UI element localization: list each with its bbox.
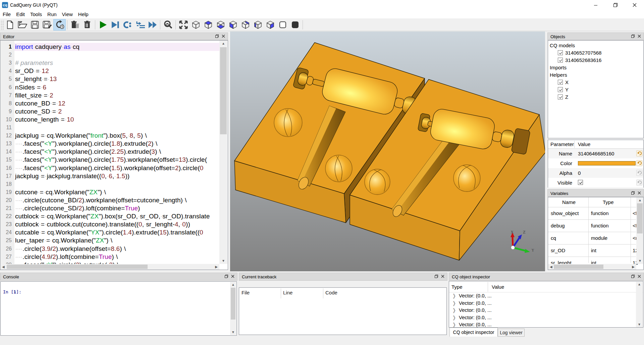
expand-chevron-icon[interactable]: ❯ xyxy=(452,315,456,320)
view-right-button[interactable] xyxy=(264,19,276,30)
inspector-vscrollbar[interactable]: ▲ ▼ xyxy=(636,282,643,327)
traceback-col-file[interactable]: File xyxy=(239,288,250,298)
code-line-10[interactable]: cutcone_length·=·10 xyxy=(14,116,219,124)
tree-node-cq-models[interactable]: CQ models xyxy=(548,42,643,49)
tree-item-checkbox[interactable] xyxy=(558,94,563,99)
tree-item-y[interactable]: Y xyxy=(548,86,643,93)
color-swatch[interactable] xyxy=(578,161,636,165)
code-line-3[interactable]: # parameters xyxy=(14,59,219,67)
tree-item-z[interactable]: Z xyxy=(548,93,643,101)
inspector-row-2[interactable]: ❯ Vector: (0.0, ... xyxy=(449,307,643,314)
tree-item-3140652707568[interactable]: 3140652707568 xyxy=(548,49,643,57)
tree-item-checkbox[interactable] xyxy=(558,50,563,55)
editor-scroll-right-icon[interactable]: ▶ xyxy=(215,265,218,269)
tree-node-imports[interactable]: Imports xyxy=(548,64,643,71)
inspector-col-value[interactable]: Value xyxy=(492,284,504,290)
visible-checkbox[interactable] xyxy=(578,180,583,185)
tree-node-helpers[interactable]: Helpers xyxy=(548,71,643,79)
code-line-17[interactable]: jackplug·=·jackplug.translate((0,·6,·1.5… xyxy=(14,172,219,180)
shaded-button[interactable] xyxy=(289,19,301,30)
view-top-button[interactable] xyxy=(202,19,214,30)
menu-view[interactable]: View xyxy=(59,10,75,18)
variables-vscrollbar[interactable]: ▲ ▼ xyxy=(636,197,643,264)
traceback-col-line[interactable]: Line xyxy=(281,288,292,298)
tab-log-viewer[interactable]: Log viewer xyxy=(498,329,525,337)
inspector-row-3[interactable]: ❯ Vector: (0.0, ... xyxy=(449,314,643,322)
fit-all-button[interactable] xyxy=(177,19,190,30)
code-line-4[interactable]: sr_OD·=·12 xyxy=(14,67,219,75)
toolbar-grip[interactable] xyxy=(0,20,4,30)
code-line-13[interactable]: ····.faces("<Y").workplane().circle(1.8)… xyxy=(14,140,219,148)
inspector-close-icon[interactable] xyxy=(637,274,641,278)
menu-help[interactable]: Help xyxy=(75,10,91,18)
menu-file[interactable]: File xyxy=(0,10,13,18)
undo-button[interactable] xyxy=(636,150,642,156)
editor-hscroll-thumb[interactable] xyxy=(7,265,148,269)
undo-button[interactable] xyxy=(636,180,642,186)
editor-close-icon[interactable] xyxy=(221,34,225,38)
close-button[interactable] xyxy=(627,0,642,10)
console-close-icon[interactable] xyxy=(231,274,235,278)
menu-edit[interactable]: Edit xyxy=(13,10,28,18)
code-line-1[interactable]: import·cadquery·as·cq xyxy=(14,43,219,51)
view-back-button[interactable] xyxy=(239,19,252,30)
run-button[interactable] xyxy=(97,19,109,30)
variables-float-icon[interactable] xyxy=(631,191,635,195)
view-front-button[interactable] xyxy=(227,19,239,30)
tree-item-x[interactable]: X xyxy=(548,79,643,86)
expand-chevron-icon[interactable]: ❯ xyxy=(452,300,456,306)
menu-run[interactable]: Run xyxy=(45,10,59,18)
code-line-19[interactable]: cutcone·=·cq.Workplane("ZX")·\ xyxy=(14,188,219,196)
debug-button[interactable] xyxy=(109,19,121,30)
code-line-23[interactable]: cutblock·=·cutblock.cut(cutcone).transla… xyxy=(14,220,219,228)
maximize-button[interactable] xyxy=(608,0,623,10)
editor-float-icon[interactable] xyxy=(215,34,219,38)
code-line-26[interactable]: ····.circle(3.9/2).workplane(offset=8.6)… xyxy=(14,245,219,253)
code-line-22[interactable]: cutblock·=·cq.Workplane("ZX").box(sr_OD,… xyxy=(14,212,219,220)
new-document-button[interactable] xyxy=(4,19,16,30)
view-bottom-button[interactable] xyxy=(214,19,227,30)
code-line-8[interactable]: cutcone_BD·=·12 xyxy=(14,99,219,108)
param-value[interactable]: 0 xyxy=(578,170,581,176)
step-button[interactable] xyxy=(134,19,146,30)
objects-close-icon[interactable] xyxy=(637,34,641,38)
variable-row-sr_OD[interactable]: sr_OD int 12 xyxy=(548,245,636,257)
inspector-col-type[interactable]: Type xyxy=(451,284,463,290)
inspector-float-icon[interactable] xyxy=(631,274,635,278)
console-vscroll-thumb[interactable] xyxy=(231,288,235,320)
traceback-close-icon[interactable] xyxy=(441,274,445,278)
tab-cq-object-inspector[interactable]: CQ object inspector xyxy=(449,328,498,337)
inspector-scroll-up-icon[interactable]: ▲ xyxy=(638,283,641,286)
menu-tools[interactable]: Tools xyxy=(28,10,45,18)
code-line-6[interactable]: nSides·=·6 xyxy=(14,83,219,91)
undo-button[interactable] xyxy=(636,170,642,176)
inspector-scroll-down-icon[interactable]: ▼ xyxy=(638,323,641,326)
param-value[interactable]: 3140646685160 xyxy=(578,151,614,156)
zoom-fit-button[interactable] xyxy=(162,19,174,30)
expand-chevron-icon[interactable]: ❯ xyxy=(452,322,456,328)
tree-item-checkbox[interactable] xyxy=(558,80,563,85)
expand-chevron-icon[interactable]: ❯ xyxy=(452,293,456,299)
breakpoint-button[interactable] xyxy=(121,19,134,30)
console-scroll-down-icon[interactable]: ▼ xyxy=(231,331,235,334)
open-button[interactable] xyxy=(16,19,29,30)
code-line-27[interactable]: ····.circle(4.9/2).loft(combine=True)·\ xyxy=(14,253,219,261)
inspector-row-1[interactable]: ❯ Vector: (0.0, ... xyxy=(449,300,643,307)
view-iso-button[interactable] xyxy=(190,19,202,30)
code-line-24[interactable]: cutcable·=·cq.Workplane("YX").circle(1.4… xyxy=(14,228,219,236)
console-vscrollbar[interactable]: ▲ ▼ xyxy=(230,282,236,335)
continue-button[interactable] xyxy=(146,19,159,30)
code-line-11[interactable] xyxy=(14,124,219,132)
console-float-icon[interactable] xyxy=(224,274,228,278)
variables-scroll-up-icon[interactable]: ▲ xyxy=(638,199,642,202)
code-line-20[interactable]: ····.circle(cutcone_BD/2).workplane(offs… xyxy=(14,196,219,204)
code-line-16[interactable]: ····.faces("<Y").workplane().circle(1.5)… xyxy=(14,164,219,172)
variables-scroll-left-icon[interactable]: ◀ xyxy=(550,265,552,269)
editor-vscrollbar[interactable]: ▲ ▼ xyxy=(219,41,227,264)
view-left-button[interactable] xyxy=(252,19,264,30)
save-as-button[interactable] xyxy=(41,19,53,30)
code-line-15[interactable]: ····.faces("<Y").workplane().circle(1.75… xyxy=(14,156,219,164)
console-content[interactable]: In [1]: ▲ ▼ xyxy=(0,281,237,336)
inspector-row-0[interactable]: ❯ Vector: (0.0, ... xyxy=(449,292,643,300)
delete-button[interactable] xyxy=(81,19,94,30)
